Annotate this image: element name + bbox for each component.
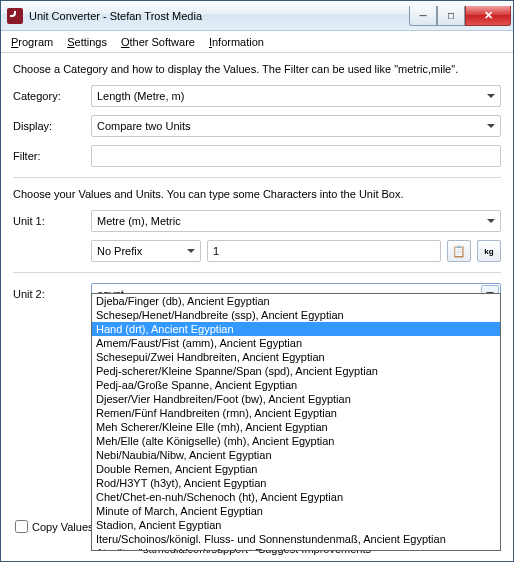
- filter-input[interactable]: [91, 145, 501, 167]
- chevron-down-icon: [487, 124, 495, 128]
- content-area: Choose a Category and how to display the…: [1, 53, 513, 561]
- category-label: Category:: [13, 90, 91, 102]
- unit1-select[interactable]: Metre (m), Metric: [91, 210, 501, 232]
- weight-button[interactable]: kg: [477, 240, 501, 262]
- display-select[interactable]: Compare two Units: [91, 115, 501, 137]
- dropdown-item[interactable]: Amem/Faust/Fist (amm), Ancient Egyptian: [92, 336, 500, 350]
- window-controls: ─ □ ✕: [409, 6, 511, 26]
- dropdown-item[interactable]: Minute of March, Ancient Egyptian: [92, 504, 500, 518]
- menu-other-software[interactable]: Other Software: [121, 36, 195, 48]
- separator: [13, 177, 501, 178]
- dropdown-item[interactable]: Schesepui/Zwei Handbreiten, Ancient Egyp…: [92, 350, 500, 364]
- units-instruction: Choose your Values and Units. You can ty…: [13, 188, 501, 200]
- prefix-select[interactable]: No Prefix: [91, 240, 201, 262]
- chevron-down-icon: [487, 219, 495, 223]
- dropdown-item[interactable]: Djeba/Finger (db), Ancient Egyptian: [92, 294, 500, 308]
- titlebar[interactable]: Unit Converter - Stefan Trost Media ─ □ …: [1, 1, 513, 31]
- separator: [13, 272, 501, 273]
- unit2-dropdown-list[interactable]: Djeba/Finger (db), Ancient EgyptianSches…: [91, 293, 501, 551]
- main-window: Unit Converter - Stefan Trost Media ─ □ …: [0, 0, 514, 562]
- dropdown-item[interactable]: Double Remen, Ancient Egyptian: [92, 462, 500, 476]
- dropdown-item[interactable]: Chet/Chet-en-nuh/Schenoch (ht), Ancient …: [92, 490, 500, 504]
- dropdown-item[interactable]: Pedj-scherer/Kleine Spanne/Span (spd), A…: [92, 364, 500, 378]
- display-label: Display:: [13, 120, 91, 132]
- menu-program[interactable]: Program: [11, 36, 53, 48]
- window-title: Unit Converter - Stefan Trost Media: [29, 10, 409, 22]
- menubar: Program Settings Other Software Informat…: [1, 31, 513, 53]
- dropdown-item[interactable]: Djeser/Vier Handbreiten/Foot (bw), Ancie…: [92, 392, 500, 406]
- dropdown-item[interactable]: Meh/Elle (alte Königselle) (mh), Ancient…: [92, 434, 500, 448]
- chevron-down-icon: [187, 249, 195, 253]
- app-icon: [7, 8, 23, 24]
- copy-button[interactable]: 📋: [447, 240, 471, 262]
- weight-icon: kg: [484, 247, 493, 256]
- dropdown-item[interactable]: Remen/Fünf Handbreiten (rmn), Ancient Eg…: [92, 406, 500, 420]
- dropdown-item[interactable]: Atur/Itrw/Hour of March, Ancient Egyptia…: [92, 546, 500, 551]
- close-button[interactable]: ✕: [465, 6, 511, 26]
- copy-values-label: Copy Values: [32, 521, 94, 533]
- copy-icon: 📋: [452, 245, 466, 258]
- dropdown-item[interactable]: Meh Scherer/Kleine Elle (mh), Ancient Eg…: [92, 420, 500, 434]
- category-instruction: Choose a Category and how to display the…: [13, 63, 501, 75]
- dropdown-item[interactable]: Iteru/Schoinos/königl. Fluss- und Sonnen…: [92, 532, 500, 546]
- amount-input[interactable]: 1: [207, 240, 441, 262]
- copy-values-checkbox[interactable]: [15, 520, 28, 533]
- dropdown-item[interactable]: Schesep/Henet/Handbreite (ssp), Ancient …: [92, 308, 500, 322]
- menu-settings[interactable]: Settings: [67, 36, 107, 48]
- dropdown-item[interactable]: Stadion, Ancient Egyptian: [92, 518, 500, 532]
- unit1-label: Unit 1:: [13, 215, 91, 227]
- menu-information[interactable]: Information: [209, 36, 264, 48]
- dropdown-item[interactable]: Pedj-aa/Große Spanne, Ancient Egyptian: [92, 378, 500, 392]
- maximize-button[interactable]: □: [437, 6, 465, 26]
- dropdown-item[interactable]: Hand (drt), Ancient Egyptian: [92, 322, 500, 336]
- chevron-down-icon: [487, 94, 495, 98]
- dropdown-item[interactable]: Nebi/Naubia/Nibw, Ancient Egyptian: [92, 448, 500, 462]
- filter-label: Filter:: [13, 150, 91, 162]
- category-select[interactable]: Length (Metre, m): [91, 85, 501, 107]
- dropdown-item[interactable]: Rod/H3YT (h3yt), Ancient Egyptian: [92, 476, 500, 490]
- minimize-button[interactable]: ─: [409, 6, 437, 26]
- unit2-label: Unit 2:: [13, 288, 91, 300]
